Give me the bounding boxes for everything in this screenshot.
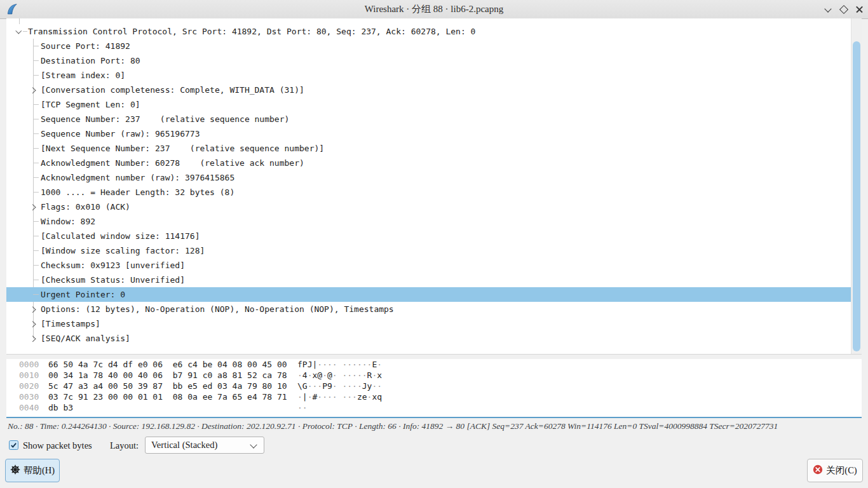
tree-item[interactable]: Acknowledgment number (raw): 3976415865 xyxy=(6,170,851,185)
tree-item-label: Urgent Pointer: 0 xyxy=(41,287,125,302)
tree-item-label: Checksum: 0x9123 [unverified] xyxy=(41,258,185,273)
tree-connector xyxy=(33,119,39,119)
tree-item[interactable]: Destination Port: 80 xyxy=(6,53,851,68)
tree-item-label: Acknowledgment number (raw): 3976415865 xyxy=(41,170,234,185)
tree-connector xyxy=(33,221,39,222)
tree-connector xyxy=(33,280,39,280)
help-helm-icon xyxy=(10,464,20,475)
tree-item[interactable]: [Window size scaling factor: 128] xyxy=(6,243,851,258)
tree-item[interactable]: Source Port: 41892 xyxy=(6,39,851,53)
hex-bytes[interactable]: db b3 xyxy=(48,402,297,413)
close-red-icon xyxy=(813,464,823,475)
tree-item-label: Sequence Number: 237 (relative sequence … xyxy=(41,112,289,126)
tree-item[interactable]: [Stream index: 0] xyxy=(6,68,851,83)
tree-item-label: Source Port: 41892 xyxy=(41,39,130,53)
show-packet-bytes-label[interactable]: Show packet bytes xyxy=(23,435,92,456)
scrollbar-thumb[interactable] xyxy=(853,41,860,351)
hex-row[interactable]: 001000 34 1a 78 40 00 40 06 b7 91 c0 a8 … xyxy=(6,370,862,381)
hex-ascii[interactable]: ·|·#···· ···ze·xq xyxy=(297,392,382,402)
hex-offset: 0010 xyxy=(19,370,48,381)
hex-row[interactable]: 0040db b3·· xyxy=(6,402,862,413)
hex-row[interactable]: 003003 7c 91 23 00 00 01 01 08 0a ee 7a … xyxy=(6,391,862,402)
tree-connector xyxy=(33,236,39,236)
tree-item-selected[interactable]: Urgent Pointer: 0 xyxy=(6,287,851,302)
tree-connector xyxy=(33,265,39,266)
help-button[interactable]: 帮助(H) xyxy=(5,459,60,482)
tree-item[interactable]: [Checksum Status: Unverified] xyxy=(6,273,851,287)
packet-bytes-pane[interactable]: 000066 50 4a 7c d4 df e0 06 e6 c4 be 04 … xyxy=(6,359,862,418)
tree-item-label: Sequence Number (raw): 965196773 xyxy=(41,126,200,141)
maximize-button[interactable] xyxy=(835,0,851,18)
show-packet-bytes-checkbox[interactable] xyxy=(9,440,18,450)
tree-item-expandable[interactable]: [Timestamps] xyxy=(6,316,851,331)
chevron-right-icon[interactable] xyxy=(30,320,37,328)
packet-detail-pane: Transmission Control Protocol, Src Port:… xyxy=(6,18,862,355)
checkmark-icon xyxy=(10,441,18,449)
vertical-scrollbar[interactable] xyxy=(851,18,862,354)
window-close-button[interactable] xyxy=(850,0,867,18)
hex-bytes[interactable]: 00 34 1a 78 40 00 40 06 b7 91 c0 a8 81 5… xyxy=(48,370,297,381)
hex-ascii[interactable]: ·4·x@·@· ·····R·x xyxy=(297,370,382,380)
tree-item-label: [Calculated window size: 114176] xyxy=(41,229,200,243)
minimize-button[interactable] xyxy=(820,0,836,18)
tree-item-label: [SEQ/ACK analysis] xyxy=(41,331,130,346)
tree-connector xyxy=(33,163,39,163)
hex-offset: 0030 xyxy=(19,391,48,402)
tree-connector xyxy=(33,250,39,251)
tree-connector xyxy=(23,31,27,32)
tree-item[interactable]: Checksum: 0x9123 [unverified] xyxy=(6,258,851,273)
tree-item-expandable[interactable]: [Conversation completeness: Complete, WI… xyxy=(6,83,851,97)
close-dialog-button[interactable]: 关闭(C) xyxy=(807,459,863,482)
hex-bytes[interactable]: 66 50 4a 7c d4 df e0 06 e6 c4 be 04 08 0… xyxy=(48,359,297,370)
tree-item-expandable[interactable]: Flags: 0x010 (ACK) xyxy=(6,200,851,214)
tree-item[interactable]: [TCP Segment Len: 0] xyxy=(6,97,851,112)
tree-item-expandable[interactable]: [SEQ/ACK analysis] xyxy=(6,331,851,346)
chevron-right-icon[interactable] xyxy=(30,86,37,94)
layout-select[interactable]: Vertical (Stacked) xyxy=(145,437,264,454)
chevron-right-icon[interactable] xyxy=(30,335,37,342)
protocol-tree: Transmission Control Protocol, Src Port:… xyxy=(6,18,851,354)
tree-item-label: [Next Sequence Number: 237 (relative seq… xyxy=(41,141,324,156)
tree-item[interactable]: Acknowledgment Number: 60278 (relative a… xyxy=(6,156,851,170)
tree-item-label: [Stream index: 0] xyxy=(41,68,125,83)
tree-connector xyxy=(33,104,39,105)
tree-item[interactable]: [Next Sequence Number: 237 (relative seq… xyxy=(6,141,851,156)
layout-selected-value: Vertical (Stacked) xyxy=(151,437,217,453)
tree-connector xyxy=(33,60,39,61)
hex-ascii[interactable]: \G···P9· ····Jy·· xyxy=(297,381,382,391)
chevron-right-icon[interactable] xyxy=(30,203,37,211)
chevron-right-icon[interactable] xyxy=(30,306,37,313)
chevron-down-icon xyxy=(250,441,257,448)
tree-item[interactable]: 1000 .... = Header Length: 32 bytes (8) xyxy=(6,185,851,200)
tree-item-label: Transmission Control Protocol, Src Port:… xyxy=(28,24,475,39)
tree-item-label: Acknowledgment Number: 60278 (relative a… xyxy=(41,156,304,170)
footer-controls: Show packet bytes Layout: Vertical (Stac… xyxy=(0,435,868,456)
packet-summary-line: No.: 88 · Time: 0.244264130 · Source: 19… xyxy=(8,420,860,433)
hex-bytes[interactable]: 03 7c 91 23 00 00 01 01 08 0a ee 7a 65 e… xyxy=(48,391,297,402)
hex-offset: 0000 xyxy=(19,359,48,370)
tree-item-label: Window: 892 xyxy=(41,214,95,229)
tree-item-tcp-root[interactable]: Transmission Control Protocol, Src Port:… xyxy=(6,24,851,39)
tree-item[interactable]: Sequence Number (raw): 965196773 xyxy=(6,126,851,141)
hex-ascii[interactable]: fPJ|···· ······E· xyxy=(297,360,382,369)
tree-item-label: Destination Port: 80 xyxy=(41,53,140,68)
tree-item-label: Flags: 0x010 (ACK) xyxy=(41,200,130,214)
tree-connector xyxy=(33,133,39,134)
hex-row[interactable]: 00205c 47 a3 a4 00 50 39 87 bb e5 ed 03 … xyxy=(6,381,862,391)
hex-ascii[interactable]: ·· xyxy=(297,403,308,412)
hex-row[interactable]: 000066 50 4a 7c d4 df e0 06 e6 c4 be 04 … xyxy=(6,359,862,370)
tree-item-label: 1000 .... = Header Length: 32 bytes (8) xyxy=(41,185,234,200)
tree-item[interactable]: Sequence Number: 237 (relative sequence … xyxy=(6,112,851,126)
tree-item[interactable]: Window: 892 xyxy=(6,214,851,229)
tree-item-label: [Window size scaling factor: 128] xyxy=(41,243,205,258)
tree-connector xyxy=(33,192,39,193)
maximize-icon xyxy=(839,5,848,14)
hex-bytes[interactable]: 5c 47 a3 a4 00 50 39 87 bb e5 ed 03 4a 7… xyxy=(48,381,297,391)
tree-item-expandable[interactable]: Options: (12 bytes), No-Operation (NOP),… xyxy=(6,302,851,316)
tree-connector xyxy=(33,46,39,46)
tree-connector xyxy=(33,177,39,178)
chevron-down-icon[interactable] xyxy=(15,28,23,36)
tree-item[interactable]: [Calculated window size: 114176] xyxy=(6,229,851,243)
title-bar: Wireshark · 分组 88 · lib6-2.pcapng xyxy=(0,0,868,19)
tree-connector xyxy=(19,18,20,24)
